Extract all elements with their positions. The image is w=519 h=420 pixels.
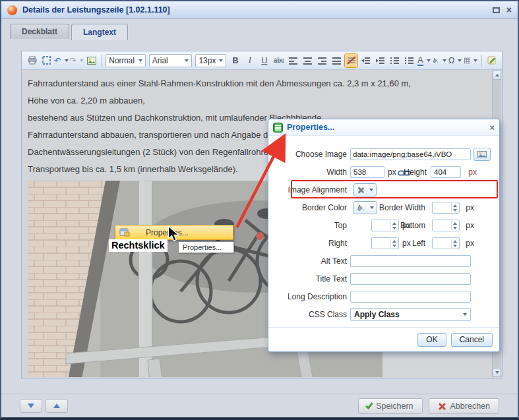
right-label: Right [274,239,347,248]
move-up-button[interactable] [46,399,68,413]
mouse-cursor-icon [168,226,179,242]
size-row: Width px Height px [274,165,494,179]
right-left-row: Right px Left px [274,237,494,250]
paint-bucket-icon [357,204,365,212]
maximize-icon[interactable] [493,7,500,13]
ordered-list-icon [390,57,399,64]
arrow-up-icon [53,404,60,408]
show-borders-toggle[interactable] [344,53,358,68]
paragraph-style-select[interactable]: Normal [106,54,146,67]
font-color-glyph: A [417,55,423,66]
bottom-stepper[interactable] [432,220,460,231]
tab-bar: Deckblatt Langtext [10,24,128,40]
chevron-down-icon [473,59,477,62]
unordered-list-icon [405,57,413,64]
properties-dialog-body: Choose Image Width px Height px Image Al… [268,136,499,321]
height-unit: px [468,167,477,177]
unordered-list-button[interactable] [402,53,416,68]
top-bottom-row: Top px Bottom px [274,219,494,232]
alt-text-input[interactable] [350,255,471,267]
title-text-input[interactable] [350,273,471,285]
chevron-down-icon [369,189,373,191]
font-family-value: Arial [152,56,168,65]
fullscreen-icon[interactable] [40,53,53,68]
scroll-down-icon[interactable] [493,368,501,377]
css-class-value: Apply Class [354,310,400,319]
properties-close-icon[interactable]: × [489,123,495,132]
font-color-button[interactable]: A [417,53,431,68]
underline-button[interactable]: U [257,53,271,68]
chevron-down-icon [219,59,223,62]
undo-icon[interactable]: ↶ [54,53,69,68]
indent-icon [376,57,384,64]
tab-langtext[interactable]: Langtext [71,24,128,40]
bold-button[interactable]: B [228,53,242,68]
chevron-down-icon [185,59,189,62]
top-stepper[interactable] [371,220,399,231]
rechtsklick-label: Rechtsklick [109,239,168,252]
close-icon[interactable]: × [506,5,512,15]
image-alignment-select[interactable] [353,183,377,196]
save-button[interactable]: Speichern [358,398,422,414]
long-description-input[interactable] [350,291,471,303]
strikethrough-button[interactable]: abc [272,53,286,68]
special-character-button[interactable]: Ω [448,53,462,68]
undo-glyph: ↶ [54,55,61,65]
indent-button[interactable] [373,53,387,68]
choose-image-input[interactable] [350,148,471,160]
scroll-up-icon[interactable] [493,71,501,80]
properties-icon [119,228,130,237]
justify-icon [332,57,341,64]
title-text-label: Title Text [274,274,347,284]
title-text-row: Title Text [274,272,494,285]
right-stepper[interactable] [371,237,399,249]
print-icon[interactable] [25,53,39,68]
omega-glyph: Ω [448,56,454,65]
abort-button-label: Abbrechen [450,402,490,411]
border-width-stepper[interactable] [432,202,460,214]
edit-source-icon[interactable] [485,53,499,68]
ok-button[interactable]: OK [417,333,446,347]
editor-toolbar: ↶ ↷ Normal Arial 13px B I U abc [22,51,502,70]
undo-caret-icon[interactable] [65,59,69,62]
insert-table-button[interactable] [463,53,479,68]
alt-text-label: Alt Text [274,256,347,266]
chevron-down-icon [138,59,142,62]
ordered-list-button[interactable] [388,53,402,68]
long-description-row: Long Description [274,290,494,303]
right-unit: px [402,239,411,248]
width-input[interactable] [350,166,384,178]
no-alignment-icon [357,187,364,194]
height-input[interactable] [431,166,461,178]
dialog-window: Details der Leistungszeile [1.02.1.110] … [0,0,519,420]
tab-deckblatt[interactable]: Deckblatt [10,24,69,39]
chevron-down-icon [458,59,462,62]
italic-button[interactable]: I [243,53,257,68]
font-size-select[interactable]: 13px [195,54,226,67]
align-center-button[interactable] [301,53,315,68]
arrow-down-icon [28,404,34,408]
image-alignment-row: Image Alignment [274,183,494,196]
justify-button[interactable] [330,53,344,68]
browse-image-button[interactable] [473,148,491,161]
border-color-select[interactable] [353,201,377,214]
long-description-label: Long Description [274,292,347,301]
top-label: Top [274,221,347,230]
footer-bar: Speichern Abbrechen [1,394,518,417]
css-class-select[interactable]: Apply Class [350,308,471,321]
align-left-button[interactable] [286,53,300,68]
choose-image-label: Choose Image [274,150,347,159]
left-stepper[interactable] [432,237,460,249]
fill-color-button[interactable] [431,53,447,68]
align-right-button[interactable] [315,53,329,68]
redo-caret-icon[interactable] [80,59,84,62]
outdent-button[interactable] [359,53,373,68]
move-down-button[interactable] [20,399,42,413]
properties-dialog: Properties... × Choose Image Width px He… [268,119,500,352]
abort-button[interactable]: Abbrechen [429,398,499,414]
insert-image-icon[interactable] [84,53,98,68]
cancel-button[interactable]: Cancel [451,333,493,347]
editor-line: Fahrradunterstand aus einer Stahl-Rahmen… [28,75,487,92]
font-family-select[interactable]: Arial [149,54,193,67]
redo-icon[interactable]: ↷ [69,53,84,68]
